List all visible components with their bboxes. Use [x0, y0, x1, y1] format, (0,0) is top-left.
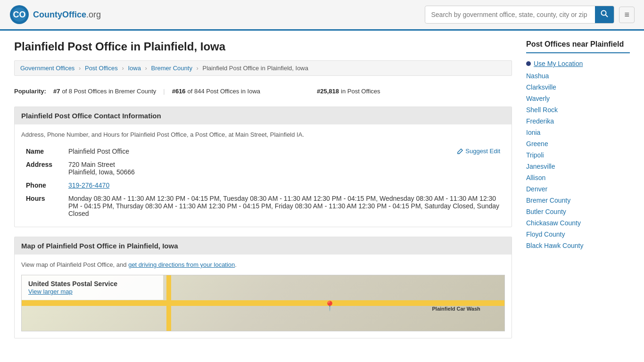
- breadcrumb-current: Plainfield Post Office in Plainfield, Io…: [202, 65, 308, 72]
- sidebar-link-ionia[interactable]: Ionia: [526, 127, 630, 138]
- phone-row: Phone 319-276-4470: [21, 179, 505, 192]
- breadcrumb-iowa[interactable]: Iowa: [128, 65, 140, 72]
- contact-section-body: Address, Phone Number, and Hours for Pla…: [15, 124, 512, 227]
- driving-directions-link[interactable]: get driving directions from your locatio…: [128, 261, 235, 268]
- search-input[interactable]: [425, 7, 595, 22]
- map-overlay: United States Postal Service View larger…: [22, 275, 163, 300]
- map-description: View map of Plainfield Post Office, and …: [21, 261, 505, 268]
- logo-icon: CO: [9, 5, 29, 25]
- svg-line-4: [606, 15, 608, 17]
- sidebar-link-tripoli[interactable]: Tripoli: [526, 149, 630, 161]
- popularity-rank2: #616 of 844 Post Offices in Iowa: [172, 88, 260, 95]
- sidebar-link-frederika[interactable]: Frederika: [526, 115, 630, 127]
- breadcrumb-gov-offices[interactable]: Government Offices: [20, 65, 74, 72]
- hours-label: Hours: [21, 192, 64, 220]
- map-section-body: View map of Plainfield Post Office, and …: [15, 255, 512, 338]
- search-icon: [601, 10, 608, 17]
- location-dot-icon: [526, 61, 531, 66]
- header-right: ≡: [425, 6, 635, 24]
- sidebar-link-waverly[interactable]: Waverly: [526, 93, 630, 104]
- breadcrumb-post-offices[interactable]: Post Offices: [85, 65, 118, 72]
- menu-button[interactable]: ≡: [619, 7, 635, 23]
- map-section-header: Map of Plainfield Post Office in Plainfi…: [15, 237, 512, 255]
- address-row: Address 720 Main Street Plainfield, Iowa…: [21, 158, 505, 179]
- sidebar-link-shell-rock[interactable]: Shell Rock: [526, 104, 630, 115]
- content-area: Plainfield Post Office in Plainfield, Io…: [14, 40, 512, 348]
- sidebar-link-chickasaw-county[interactable]: Chickasaw County: [526, 217, 630, 229]
- popularity-rank3: #25,818 in Post Offices: [317, 88, 380, 95]
- map-pin: 📍: [324, 300, 336, 312]
- svg-point-3: [602, 11, 606, 16]
- map-usps-title: United States Postal Service: [28, 280, 157, 288]
- search-bar: [425, 6, 614, 24]
- search-button[interactable]: [595, 6, 614, 23]
- sidebar: Post Offices near Plainfield Use My Loca…: [526, 40, 630, 348]
- site-header: CO CountyOffice.org ≡: [0, 0, 644, 31]
- logo-area: CO CountyOffice.org: [9, 5, 101, 25]
- map-place-label: Plainfield Car Wash: [432, 306, 480, 312]
- sidebar-link-clarksville[interactable]: Clarksville: [526, 82, 630, 93]
- phone-link[interactable]: 319-276-4470: [68, 181, 109, 189]
- sidebar-link-bremer-county[interactable]: Bremer County: [526, 195, 630, 206]
- main-container: Plainfield Post Office in Plainfield, Io…: [0, 31, 644, 357]
- popularity-bar: Popularity: #7 of 8 Post Offices in Brem…: [14, 83, 512, 99]
- breadcrumb-bremer-county[interactable]: Bremer County: [151, 65, 192, 72]
- hours-value: Monday 08:30 AM - 11:30 AM 12:30 PM - 04…: [64, 192, 505, 220]
- address-label: Address: [21, 158, 64, 179]
- popularity-rank1: #7 of 8 Post Offices in Bremer County: [53, 88, 156, 95]
- phone-value: 319-276-4470: [64, 179, 505, 192]
- phone-label: Phone: [21, 179, 64, 192]
- address-value: 720 Main Street Plainfield, Iowa, 50666: [64, 158, 505, 179]
- contact-description: Address, Phone Number, and Hours for Pla…: [21, 131, 505, 138]
- logo-text: CountyOffice.org: [33, 10, 101, 20]
- sidebar-link-floyd-county[interactable]: Floyd County: [526, 229, 630, 240]
- sidebar-link-denver[interactable]: Denver: [526, 183, 630, 195]
- sidebar-link-greene[interactable]: Greene: [526, 138, 630, 149]
- hours-row: Hours Monday 08:30 AM - 11:30 AM 12:30 P…: [21, 192, 505, 220]
- map-section: Map of Plainfield Post Office in Plainfi…: [14, 237, 512, 338]
- popularity-label: Popularity:: [14, 88, 46, 95]
- sidebar-link-allison[interactable]: Allison: [526, 172, 630, 183]
- view-larger-map-link[interactable]: View larger map: [28, 288, 73, 295]
- sidebar-link-nashua[interactable]: Nashua: [526, 70, 630, 82]
- map-road-vertical: [166, 275, 171, 331]
- use-location-button[interactable]: Use My Location: [526, 60, 630, 67]
- svg-text:CO: CO: [13, 10, 26, 19]
- contact-info-table: Name Plainfield Post Office Suggest Edit: [21, 145, 505, 220]
- sidebar-link-butler-county[interactable]: Butler County: [526, 206, 630, 217]
- suggest-edit-button[interactable]: Suggest Edit: [457, 148, 500, 155]
- map-container: 📍 Plainfield Car Wash United States Post…: [21, 275, 505, 331]
- page-title: Plainfield Post Office in Plainfield, Io…: [14, 40, 512, 53]
- name-row: Name Plainfield Post Office Suggest Edit: [21, 145, 505, 158]
- breadcrumb: Government Offices › Post Offices › Iowa…: [14, 60, 512, 76]
- contact-section-header: Plainfield Post Office Contact Informati…: [15, 107, 512, 124]
- name-label: Name: [21, 145, 64, 158]
- sidebar-link-black-hawk-county[interactable]: Black Hawk County: [526, 240, 630, 251]
- sidebar-link-janesville[interactable]: Janesville: [526, 161, 630, 172]
- edit-icon: [457, 148, 463, 155]
- sidebar-links: NashuaClarksvilleWaverlyShell RockFreder…: [526, 70, 630, 251]
- contact-section: Plainfield Post Office Contact Informati…: [14, 107, 512, 227]
- sidebar-title: Post Offices near Plainfield: [526, 40, 630, 53]
- map-road-horizontal: [22, 300, 504, 306]
- name-value: Plainfield Post Office Suggest Edit: [64, 145, 505, 158]
